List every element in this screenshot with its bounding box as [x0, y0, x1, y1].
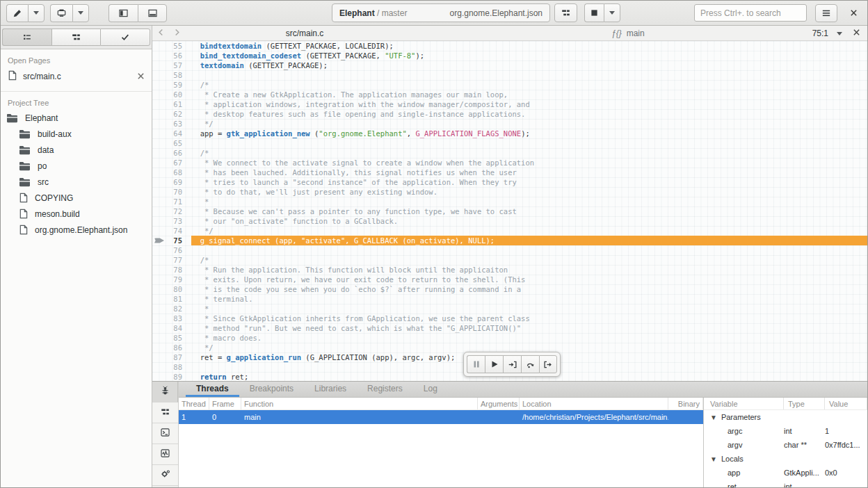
code-line-76[interactable]: 76 [152, 245, 867, 255]
window-close-button[interactable] [846, 7, 862, 19]
tree-item-src[interactable]: src [1, 174, 152, 190]
cursor-position[interactable]: 75:1 [812, 26, 828, 41]
line-number[interactable]: 72 [168, 206, 191, 216]
line-number[interactable]: 60 [168, 90, 191, 99]
line-number[interactable]: 68 [168, 168, 191, 177]
variable-row-ret[interactable]: retint [704, 480, 867, 488]
line-number[interactable]: 85 [168, 333, 191, 343]
code-line-79[interactable]: 79 * exits. Upon return, we have our exi… [152, 275, 867, 284]
column-header-function[interactable]: Function [241, 398, 478, 409]
line-number[interactable]: 61 [168, 99, 191, 109]
sidebar-switcher-button[interactable] [2, 29, 51, 46]
debugger-bug-panel-button[interactable] [152, 382, 178, 402]
code-line-65[interactable]: 65 [152, 138, 867, 148]
variable-group-locals[interactable]: ▼Locals [704, 452, 867, 466]
open-page-item[interactable]: src/main.c [1, 67, 152, 86]
continue-button[interactable] [485, 355, 503, 373]
tab-registers[interactable]: Registers [357, 382, 413, 397]
line-number[interactable]: 56 [168, 51, 191, 60]
line-number[interactable]: 79 [168, 275, 191, 284]
column-header-location[interactable]: Location [520, 398, 668, 409]
line-number[interactable]: 62 [168, 109, 191, 119]
line-number[interactable]: 64 [168, 129, 191, 138]
column-header-thread[interactable]: Thread [179, 398, 209, 409]
code-line-86[interactable]: 86 */ [152, 343, 867, 352]
run-dropdown-button[interactable] [604, 3, 620, 22]
column-header-arguments[interactable]: Arguments [478, 398, 520, 409]
code-line-71[interactable]: 71 * [152, 197, 867, 206]
tab-threads[interactable]: Threads [186, 382, 239, 397]
close-document-button[interactable] [853, 26, 860, 41]
line-number[interactable]: 69 [168, 177, 191, 187]
close-page-icon[interactable] [137, 72, 145, 82]
code-line-67[interactable]: 67 * We connect to the activate signal t… [152, 158, 867, 168]
line-number[interactable]: 66 [168, 148, 191, 158]
line-number[interactable]: 87 [168, 352, 191, 362]
tab-breakpoints[interactable]: Breakpoints [239, 382, 304, 397]
line-number[interactable]: 55 [168, 41, 191, 51]
expander-icon[interactable]: ▼ [710, 414, 717, 421]
code-line-81[interactable]: 81 * terminal. [152, 294, 867, 304]
line-number[interactable]: 86 [168, 343, 191, 352]
code-line-78[interactable]: 78 * Run the application. This function … [152, 265, 867, 275]
line-number[interactable]: 58 [168, 70, 191, 80]
toggle-left-panel-button[interactable] [108, 4, 138, 22]
line-number[interactable]: 77 [168, 255, 191, 265]
build-button[interactable] [554, 3, 577, 22]
code-line-72[interactable]: 72 * Because we can't pass a pointer to … [152, 206, 867, 216]
code-line-61[interactable]: 61 * application windows, integration wi… [152, 99, 867, 109]
column-header-value[interactable]: Value [825, 398, 867, 409]
current-symbol[interactable]: ƒ{}main [611, 26, 645, 41]
build-tree-panel-button[interactable] [152, 402, 178, 423]
tree-item-org-gnome-elephant-json[interactable]: org.gnome.Elephant.json [1, 222, 152, 238]
pen-dropdown-button[interactable] [28, 4, 45, 22]
tab-libraries[interactable]: Libraries [304, 382, 357, 397]
tree-item-data[interactable]: data [1, 142, 152, 158]
variable-row-argc[interactable]: argcint1 [704, 424, 867, 438]
variable-row-app[interactable]: appGtkAppli...0x0 [704, 466, 867, 480]
expander-icon[interactable]: ▼ [710, 455, 717, 463]
line-number[interactable]: 76 [168, 245, 191, 255]
code-line-58[interactable]: 58 [152, 70, 867, 80]
line-number[interactable]: 70 [168, 187, 191, 197]
step-in-button[interactable] [503, 355, 521, 373]
code-line-83[interactable]: 83 * Since GtkApplication inherits from … [152, 314, 867, 323]
tree-item-build-aux[interactable]: build-aux [1, 126, 152, 142]
tree-item-copying[interactable]: COPYING [1, 190, 152, 206]
editor-options-dropdown[interactable] [837, 32, 842, 35]
column-header-binary[interactable]: Binary [668, 398, 703, 409]
variable-group-parameters[interactable]: ▼Parameters [704, 410, 867, 424]
code-line-66[interactable]: 66 /* [152, 148, 867, 158]
step-over-button[interactable] [521, 355, 539, 373]
column-header-type[interactable]: Type [784, 398, 825, 409]
code-line-82[interactable]: 82 * [152, 304, 867, 314]
menu-button[interactable] [815, 4, 837, 22]
forward-button[interactable] [174, 29, 180, 38]
pen-button[interactable] [6, 4, 28, 22]
line-number[interactable]: 74 [168, 226, 191, 236]
code-editor[interactable]: 55 bindtextdomain (GETTEXT_PACKAGE, LOCA… [152, 41, 867, 381]
line-number[interactable]: 83 [168, 314, 191, 323]
code-line-80[interactable]: 80 * is the code you see when you do `ec… [152, 284, 867, 294]
code-line-62[interactable]: 62 * desktop features such as file openi… [152, 109, 867, 119]
line-number[interactable]: 67 [168, 158, 191, 168]
column-header-frame[interactable]: Frame [209, 398, 241, 409]
pause-button[interactable] [467, 355, 485, 373]
code-line-64[interactable]: 64 app = gtk_application_new ("org.gnome… [152, 129, 867, 138]
code-line-84[interactable]: 84 * method "run". But we need to cast, … [152, 323, 867, 333]
code-line-57[interactable]: 57 textdomain (GETTEXT_PACKAGE); [152, 60, 867, 70]
line-number[interactable]: 75 [168, 236, 191, 245]
line-number[interactable]: 78 [168, 265, 191, 275]
device-dropdown-button[interactable] [72, 4, 89, 22]
line-number[interactable]: 82 [168, 304, 191, 314]
device-button[interactable] [50, 4, 72, 22]
code-line-55[interactable]: 55 bindtextdomain (GETTEXT_PACKAGE, LOCA… [152, 41, 867, 51]
code-line-75[interactable]: 75 g_signal_connect (app, "activate", G_… [152, 236, 867, 245]
line-number[interactable]: 59 [168, 80, 191, 90]
tree-item-po[interactable]: po [1, 158, 152, 174]
gears-panel-button[interactable] [152, 465, 178, 486]
sidebar-switcher-button[interactable] [100, 29, 150, 46]
omnibar[interactable]: Elephant / master org.gnome.Elephant.jso… [332, 3, 550, 22]
code-line-74[interactable]: 74 */ [152, 226, 867, 236]
search-input[interactable] [694, 4, 807, 22]
